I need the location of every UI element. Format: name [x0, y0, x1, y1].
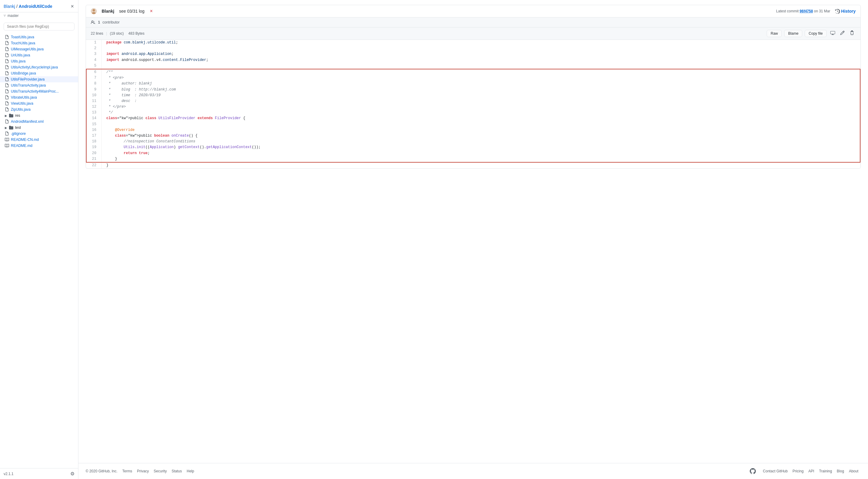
- breadcrumb-user[interactable]: Blankj: [4, 4, 15, 9]
- history-label: History: [841, 9, 856, 13]
- tree-item-label: test: [15, 125, 21, 130]
- folder-arrow-icon: ▶: [5, 114, 7, 117]
- file-icon: [5, 131, 9, 136]
- tree-item-label: TouchUtils.java: [11, 41, 35, 45]
- sidebar-header: Blankj / AndroidUtilCode ×: [0, 0, 78, 12]
- line-content: * author: blankj: [101, 81, 860, 87]
- tree-item[interactable]: AndroidManifest.xml: [0, 119, 78, 125]
- edit-icon[interactable]: [839, 30, 846, 37]
- tree-item[interactable]: ViewUtils.java: [0, 100, 78, 107]
- line-number: 5: [86, 63, 101, 69]
- footer-privacy[interactable]: Privacy: [137, 469, 149, 473]
- tree-item-label: res: [15, 113, 20, 118]
- footer-contact[interactable]: Contact GitHub: [763, 469, 788, 473]
- sidebar-close-button[interactable]: ×: [70, 3, 74, 10]
- search-input[interactable]: [4, 23, 74, 30]
- table-row: 14class="kw">public class UtilsFileProvi…: [86, 116, 860, 121]
- tree-item[interactable]: UtilsBridge.java: [0, 70, 78, 76]
- footer-blog[interactable]: Blog: [837, 469, 844, 473]
- line-number: 4: [86, 57, 101, 63]
- table-row: 19 Utils.init((Application) getContext()…: [86, 145, 860, 150]
- table-row: 12 * </pre>: [86, 104, 860, 110]
- line-content: return true;: [101, 151, 860, 156]
- line-content: * </pre>: [101, 104, 860, 110]
- tree-item[interactable]: TouchUtils.java: [0, 40, 78, 46]
- line-content: Utils.init((Application) getContext().ge…: [101, 145, 860, 150]
- tree-item-label: ViewUtils.java: [11, 101, 33, 106]
- book-icon: [5, 144, 9, 148]
- file-icon: [5, 77, 9, 82]
- code-stats: 22 lines | (19 sloc) 483 Bytes: [91, 31, 145, 36]
- tree-item-label: .gitignore: [11, 131, 26, 136]
- main-content: Blankj see 03/31 log × Latest commit 96f…: [79, 0, 868, 479]
- tree-item[interactable]: UtilsFileProvider.java: [0, 76, 78, 82]
- breadcrumb-repo[interactable]: AndroidUtilCode: [19, 4, 52, 9]
- tree-item[interactable]: README-CN.md: [0, 137, 78, 143]
- line-number: 18: [86, 139, 101, 145]
- tree-item[interactable]: UiMessageUtils.java: [0, 46, 78, 52]
- settings-icon[interactable]: ⚙: [70, 471, 74, 477]
- line-number: 13: [86, 110, 101, 116]
- branch-name: master: [7, 13, 19, 18]
- delete-icon[interactable]: [848, 30, 856, 37]
- commit-info: Latest commit 96f4758 on 31 Mar: [776, 9, 830, 13]
- tree-item[interactable]: UriUtils.java: [0, 52, 78, 58]
- contributor-icon: [91, 20, 96, 25]
- file-icon: [5, 89, 9, 93]
- commit-hash-link[interactable]: 96f4758: [800, 9, 813, 13]
- tree-item[interactable]: UtilsTransActivity4MainProc...: [0, 88, 78, 94]
- line-number: 20: [86, 151, 101, 156]
- line-number: 1: [86, 40, 101, 46]
- file-tree: ToastUtils.javaTouchUtils.javaUiMessageU…: [0, 33, 78, 468]
- tree-item-label: UriUtils.java: [11, 53, 30, 57]
- history-button[interactable]: History: [835, 9, 856, 13]
- footer-terms[interactable]: Terms: [122, 469, 132, 473]
- commit-user: Blankj: [102, 9, 114, 13]
- footer-training[interactable]: Training: [819, 469, 832, 473]
- tree-item-label: UtilsActivityLifecycleImpl.java: [11, 65, 58, 69]
- table-row: 2: [86, 46, 860, 51]
- line-content: */: [101, 110, 860, 116]
- line-number: 16: [86, 127, 101, 133]
- tree-item[interactable]: UtilsTransActivity.java: [0, 82, 78, 88]
- table-row: 21 }: [86, 156, 860, 162]
- tree-item[interactable]: ▶test: [0, 125, 78, 130]
- tree-item[interactable]: ▶res: [0, 113, 78, 119]
- footer-right-links: Contact GitHub Pricing API Training Blog…: [761, 469, 861, 473]
- blame-button[interactable]: Blame: [784, 30, 802, 37]
- folder-icon: [9, 125, 13, 130]
- line-content: [101, 63, 860, 69]
- file-icon: [5, 95, 9, 99]
- footer-pricing[interactable]: Pricing: [793, 469, 804, 473]
- line-number: 3: [86, 51, 101, 57]
- tree-item[interactable]: ToastUtils.java: [0, 34, 78, 40]
- line-number: 12: [86, 104, 101, 110]
- file-size: 483 Bytes: [128, 31, 145, 36]
- file-icon: [5, 35, 9, 39]
- commit-close-button[interactable]: ×: [150, 8, 153, 14]
- tree-item[interactable]: README.md: [0, 143, 78, 149]
- footer-help[interactable]: Help: [187, 469, 194, 473]
- tree-item[interactable]: Utils.java: [0, 58, 78, 64]
- branch-icon: ⑂: [4, 13, 6, 18]
- footer-api[interactable]: API: [808, 469, 814, 473]
- line-number: 11: [86, 98, 101, 104]
- tree-item[interactable]: ZipUtils.java: [0, 107, 78, 113]
- code-actions: Raw Blame Copy file: [767, 30, 856, 37]
- desktop-icon[interactable]: [829, 30, 836, 37]
- tree-item-label: README.md: [11, 144, 32, 148]
- footer-security[interactable]: Security: [154, 469, 167, 473]
- line-content: * time : 2020/03/19: [101, 93, 860, 98]
- line-number: 22: [86, 162, 101, 168]
- footer-status[interactable]: Status: [172, 469, 182, 473]
- commit-info-bar: Blankj see 03/31 log × Latest commit 96f…: [86, 5, 861, 18]
- tree-item[interactable]: .gitignore: [0, 130, 78, 137]
- copy-file-button[interactable]: Copy file: [805, 30, 827, 37]
- table-row: 7 * <pre>: [86, 75, 860, 81]
- raw-button[interactable]: Raw: [767, 30, 782, 37]
- tree-item[interactable]: VibrateUtils.java: [0, 94, 78, 100]
- footer-about[interactable]: About: [849, 469, 858, 473]
- line-number: 9: [86, 87, 101, 93]
- tree-item[interactable]: UtilsActivityLifecycleImpl.java: [0, 64, 78, 70]
- line-content: * <pre>: [101, 75, 860, 81]
